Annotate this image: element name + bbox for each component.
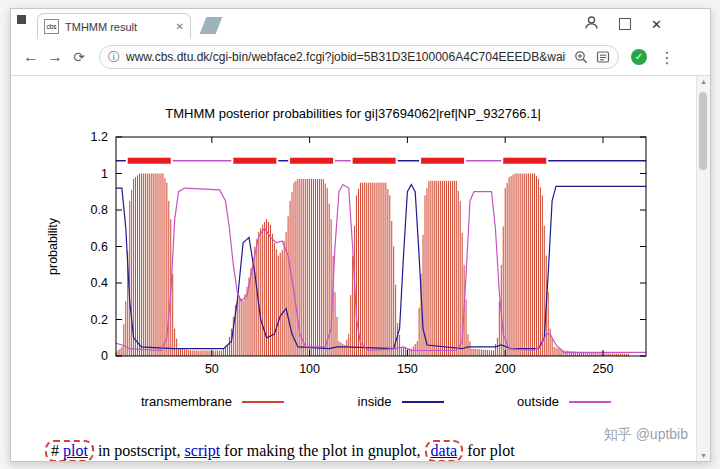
legend-label-outside: outside (517, 394, 559, 409)
footer-text-1: in postscript, (94, 442, 185, 459)
svg-text:0: 0 (101, 349, 108, 363)
profile-icon[interactable] (584, 15, 599, 34)
zoom-icon[interactable] (574, 50, 588, 64)
legend-line-outside (569, 401, 611, 403)
page-info-icon[interactable]: ⓘ (108, 49, 120, 66)
script-link[interactable]: script (185, 442, 221, 459)
tmhmm-plot: 5010015020025000.20.40.60.811.2probabili… (39, 124, 669, 396)
hash-prefix: # (51, 442, 59, 459)
back-button-icon[interactable]: ← (19, 48, 43, 66)
footer-links-line: # plot in postscript, script for making … (21, 424, 515, 461)
svg-text:150: 150 (397, 362, 418, 376)
plot-link[interactable]: plot (63, 442, 88, 459)
watermark: 知乎 @uptbib (604, 426, 688, 444)
tab-strip: cbs TMHMM result ✕ ✕ (11, 9, 710, 39)
data-link[interactable]: data (431, 442, 458, 459)
chart-title: TMHMM posterior probabilities for gi|376… (11, 106, 695, 121)
new-tab-button[interactable] (200, 17, 223, 34)
extension-icon[interactable]: ✓ (631, 49, 647, 65)
reload-button-icon[interactable]: ⟳ (67, 49, 91, 65)
tab-title: TMHMM result (65, 21, 172, 33)
svg-text:50: 50 (205, 362, 219, 376)
url-text: www.cbs.dtu.dk/cgi-bin/webface2.fcgi?job… (126, 50, 566, 64)
window-icon (17, 15, 26, 24)
menu-dots-icon[interactable]: ⋮ (659, 48, 675, 67)
scroll-up-icon[interactable]: ▲ (697, 78, 710, 85)
scrollbar-thumb[interactable] (699, 92, 707, 170)
chart-legend: transmembrane inside outside (141, 394, 611, 409)
svg-text:0.2: 0.2 (91, 313, 108, 327)
legend-label-inside: inside (358, 394, 392, 409)
footer-text-3: for plot (463, 442, 515, 459)
favicon-icon: cbs (44, 19, 59, 34)
legend-item-transmembrane: transmembrane (141, 394, 284, 409)
svg-text:1.2: 1.2 (91, 130, 108, 144)
legend-line-inside (402, 401, 444, 403)
svg-text:0.8: 0.8 (91, 203, 108, 217)
legend-line-transmembrane (242, 401, 284, 403)
svg-text:0.4: 0.4 (91, 276, 108, 290)
maximize-button[interactable] (619, 18, 631, 30)
svg-text:250: 250 (593, 362, 614, 376)
svg-text:100: 100 (299, 362, 320, 376)
annotation-box-plot: # plot (45, 440, 94, 461)
footer-text-2: for making the plot in gnuplot, (220, 442, 424, 459)
annotation-box-data: data (425, 440, 464, 461)
browser-tab[interactable]: cbs TMHMM result ✕ (37, 13, 191, 39)
legend-item-outside: outside (517, 394, 611, 409)
page-content: TMHMM posterior probabilities for gi|376… (11, 76, 710, 461)
browser-toolbar: ← → ⟳ ⓘ www.cbs.dtu.dk/cgi-bin/webface2.… (11, 39, 710, 76)
svg-text:1: 1 (101, 167, 108, 181)
svg-text:probability: probability (46, 217, 60, 275)
svg-text:200: 200 (495, 362, 516, 376)
window-controls: ✕ (584, 15, 662, 33)
window-close-button[interactable]: ✕ (651, 18, 662, 31)
svg-text:0.6: 0.6 (91, 240, 108, 254)
forward-button-icon[interactable]: → (43, 48, 67, 66)
address-bar[interactable]: ⓘ www.cbs.dtu.dk/cgi-bin/webface2.fcgi?j… (99, 45, 619, 69)
browser-window: cbs TMHMM result ✕ ✕ ← → ⟳ ⓘ www.cbs.dtu… (10, 8, 711, 462)
legend-item-inside: inside (358, 394, 444, 409)
scrollbar[interactable]: ▲ ▼ (696, 76, 710, 461)
legend-label-transmembrane: transmembrane (141, 394, 232, 409)
reader-mode-icon[interactable] (596, 50, 610, 64)
tab-close-icon[interactable]: ✕ (176, 21, 184, 32)
scroll-down-icon[interactable]: ▼ (697, 452, 710, 459)
